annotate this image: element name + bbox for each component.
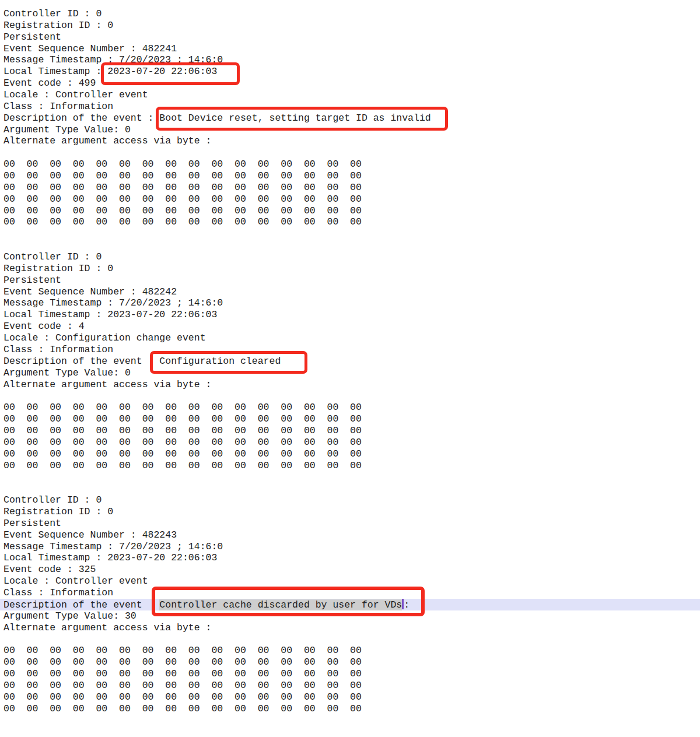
- log-line: [0, 633, 700, 645]
- log-line: Argument Type Value: 0: [0, 124, 700, 136]
- log-line: Class : Information: [0, 344, 700, 356]
- selected-text: Controller cache discarded by user for V…: [159, 599, 402, 610]
- log-line: Alternate argument access via byte :: [0, 135, 700, 147]
- log-line: Event Sequence Number : 482242: [0, 286, 700, 298]
- log-line: Message Timestamp : 7/20/2023 ; 14:6:0: [0, 541, 700, 553]
- hex-dump-row: 00 00 00 00 00 00 00 00 00 00 00 00 00 0…: [0, 194, 700, 205]
- hex-dump-row: 00 00 00 00 00 00 00 00 00 00 00 00 00 0…: [0, 182, 700, 194]
- log-lines: Controller ID : 0Registration ID : 0Pers…: [0, 8, 700, 737]
- log-line: Alternate argument access via byte :: [0, 622, 700, 634]
- hex-dump-row: 00 00 00 00 00 00 00 00 00 00 00 00 00 0…: [0, 703, 700, 715]
- hex-dump-row: 00 00 00 00 00 00 00 00 00 00 00 00 00 0…: [0, 437, 700, 448]
- log-line: [0, 147, 700, 159]
- log-text-span: :: [404, 599, 410, 610]
- log-line: Event code : 4: [0, 321, 700, 332]
- log-line: Alternate argument access via byte :: [0, 379, 700, 391]
- description-line: Description of the event Controller cach…: [0, 599, 700, 610]
- log-line: Controller ID : 0: [0, 8, 700, 20]
- description-line: Description of the event : Boot Device r…: [0, 113, 700, 124]
- local-timestamp-line: Local Timestamp : 2023-07-20 22:06:03: [0, 309, 700, 321]
- log-line: Message Timestamp : 7/20/2023 ; 14:6:0: [0, 54, 700, 66]
- log-line: Registration ID : 0: [0, 263, 700, 275]
- hex-dump-row: 00 00 00 00 00 00 00 00 00 00 00 00 00 0…: [0, 205, 700, 217]
- log-line: [0, 726, 700, 737]
- hex-dump-row: 00 00 00 00 00 00 00 00 00 00 00 00 00 0…: [0, 425, 700, 437]
- hex-dump-row: 00 00 00 00 00 00 00 00 00 00 00 00 00 0…: [0, 413, 700, 425]
- log-line: [0, 714, 700, 726]
- log-line: Class : Information: [0, 101, 700, 113]
- log-line: Argument Type Value: 0: [0, 367, 700, 379]
- hex-dump-row: 00 00 00 00 00 00 00 00 00 00 00 00 00 0…: [0, 668, 700, 680]
- hex-dump-row: 00 00 00 00 00 00 00 00 00 00 00 00 00 0…: [0, 460, 700, 472]
- log-line: [0, 390, 700, 402]
- log-line: Controller ID : 0: [0, 251, 700, 263]
- hex-dump-row: 00 00 00 00 00 00 00 00 00 00 00 00 00 0…: [0, 402, 700, 413]
- log-line: [0, 228, 700, 240]
- log-line: [0, 471, 700, 483]
- log-line: Registration ID : 0: [0, 20, 700, 31]
- log-line: Event Sequence Number : 482243: [0, 529, 700, 541]
- description-line: Description of the event Configuration c…: [0, 356, 700, 367]
- log-line: Registration ID : 0: [0, 506, 700, 518]
- log-line: Event code : 325: [0, 564, 700, 575]
- log-line: Argument Type Value: 30: [0, 610, 700, 622]
- log-line: Persistent: [0, 31, 700, 43]
- log-line: Class : Information: [0, 587, 700, 599]
- hex-dump-row: 00 00 00 00 00 00 00 00 00 00 00 00 00 0…: [0, 692, 700, 703]
- log-line: Locale : Controller event: [0, 89, 700, 101]
- log-line: Event Sequence Number : 482241: [0, 43, 700, 55]
- log-text-span: Description of the event: [4, 599, 159, 610]
- local-timestamp-line: Local Timestamp : 2023-07-20 22:06:03: [0, 66, 700, 78]
- log-line: Locale : Configuration change event: [0, 332, 700, 344]
- hex-dump-row: 00 00 00 00 00 00 00 00 00 00 00 00 00 0…: [0, 657, 700, 668]
- log-line: Locale : Controller event: [0, 575, 700, 587]
- hex-dump-row: 00 00 00 00 00 00 00 00 00 00 00 00 00 0…: [0, 216, 700, 228]
- log-line: Message Timestamp : 7/20/2023 ; 14:6:0: [0, 297, 700, 309]
- local-timestamp-line: Local Timestamp : 2023-07-20 22:06:03: [0, 552, 700, 564]
- log-line: [0, 483, 700, 494]
- log-line: Persistent: [0, 518, 700, 529]
- log-line: Controller ID : 0: [0, 494, 700, 506]
- log-line: Persistent: [0, 275, 700, 286]
- hex-dump-row: 00 00 00 00 00 00 00 00 00 00 00 00 00 0…: [0, 680, 700, 692]
- hex-dump-row: 00 00 00 00 00 00 00 00 00 00 00 00 00 0…: [0, 159, 700, 170]
- hex-dump-row: 00 00 00 00 00 00 00 00 00 00 00 00 00 0…: [0, 645, 700, 657]
- event-log-document[interactable]: Controller ID : 0Registration ID : 0Pers…: [0, 0, 700, 737]
- log-line: Event code : 499: [0, 78, 700, 89]
- hex-dump-row: 00 00 00 00 00 00 00 00 00 00 00 00 00 0…: [0, 448, 700, 460]
- hex-dump-row: 00 00 00 00 00 00 00 00 00 00 00 00 00 0…: [0, 170, 700, 182]
- log-line: [0, 240, 700, 251]
